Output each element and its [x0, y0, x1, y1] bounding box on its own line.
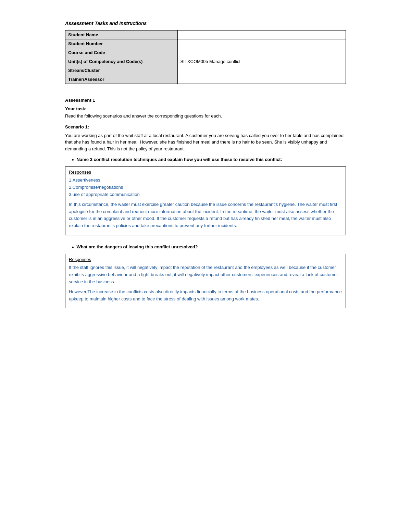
response-label-2: Responses — [69, 257, 342, 262]
question1-bullet: • Name 3 conflict resolution techniques … — [72, 156, 346, 164]
response-para-2a: If the staff ignores this issue, it will… — [69, 264, 342, 285]
question2-text: What are the dangers of leaving this con… — [77, 244, 198, 250]
table-row-label: Unit(s) of Competency and Code(s) — [65, 57, 178, 66]
response-list-item: 3.use of appropriate communication — [69, 191, 342, 198]
response-list-item: 2.Compromise/negotiations — [69, 184, 342, 191]
response-para-1: In this circumstance, the waiter must ex… — [69, 201, 342, 230]
assessment-section: Assessment 1 Your task: Read the followi… — [65, 98, 346, 308]
scenario1-title: Scenario 1: — [65, 124, 346, 129]
table-row-value — [177, 39, 346, 48]
assessment-heading: Assessment 1 — [65, 98, 346, 103]
response-label-1: Responses — [69, 170, 342, 175]
table-row-label: Course and Code — [65, 48, 178, 57]
response-box-2: Responses If the staff ignores this issu… — [65, 254, 346, 308]
scenario1-body: You are working as part of the wait staf… — [65, 132, 346, 152]
table-row: Course and Code — [65, 48, 346, 57]
response-list-1: 1.Assertiveness2.Compromise/negotiations… — [69, 177, 342, 198]
table-row-value — [177, 66, 346, 75]
info-table: Student NameStudent NumberCourse and Cod… — [65, 30, 346, 84]
table-row: Student Name — [65, 30, 346, 39]
bullet-icon-1: • — [72, 156, 74, 164]
table-row-label: Trainer/Assessor — [65, 75, 178, 84]
table-row-value: SITXCOM005 Manage conflict — [177, 57, 346, 66]
question1-text: Name 3 conflict resolution techniques an… — [77, 156, 282, 163]
question2-bullet: • What are the dangers of leaving this c… — [72, 244, 346, 251]
table-row: Trainer/Assessor — [65, 75, 346, 84]
table-row-label: Student Name — [65, 30, 178, 39]
table-row-label: Stream/Cluster — [65, 66, 178, 75]
bullet-icon-2: • — [72, 244, 74, 251]
table-row: Student Number — [65, 39, 346, 48]
table-row-value — [177, 30, 346, 39]
response-list-item: 1.Assertiveness — [69, 177, 342, 184]
table-row: Stream/Cluster — [65, 66, 346, 75]
table-row-value — [177, 75, 346, 84]
task-label: Your task: — [65, 106, 346, 111]
response-para-2b: However,The increase in the conflicts co… — [69, 288, 342, 303]
table-row-label: Student Number — [65, 39, 178, 48]
response-box-1: Responses 1.Assertiveness2.Compromise/ne… — [65, 166, 346, 235]
page-container: Assessment Tasks and Instructions Studen… — [51, 0, 360, 337]
page-title: Assessment Tasks and Instructions — [65, 21, 346, 26]
table-row: Unit(s) of Competency and Code(s)SITXCOM… — [65, 57, 346, 66]
table-row-value — [177, 48, 346, 57]
task-description: Read the following scenarios and answer … — [65, 113, 346, 120]
